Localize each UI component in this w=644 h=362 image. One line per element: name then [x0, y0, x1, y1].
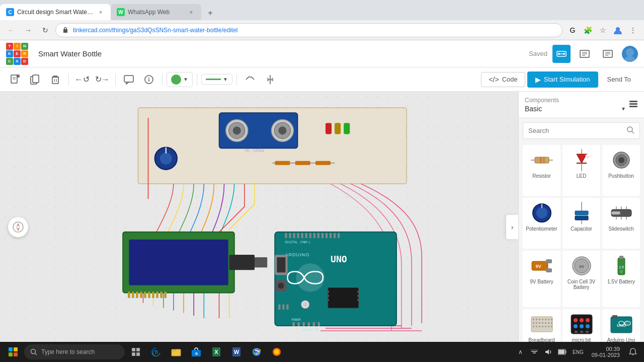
taskbar-search[interactable]: Type here to search: [24, 344, 125, 359]
svg-rect-171: [539, 319, 540, 320]
copy-btn[interactable]: [26, 70, 44, 89]
systray: ∧ ENG 00:39 09-01-2023: [514, 345, 640, 359]
simulate-label: Start Simulation: [544, 76, 590, 83]
capacitor-label: Capacitor: [571, 226, 592, 232]
taskbar-word[interactable]: W: [227, 343, 246, 361]
svg-point-141: [618, 157, 624, 163]
redo-btn[interactable]: ↻→: [93, 70, 111, 89]
taskbar-search-text: Type here to search: [41, 348, 95, 355]
category-dropdown-icon[interactable]: ▾: [622, 105, 625, 112]
line-style-btn[interactable]: ▼: [201, 74, 232, 85]
component-led[interactable]: LED: [562, 145, 600, 196]
component-pushbutton[interactable]: Pushbutton: [602, 145, 640, 196]
address-box[interactable]: tinkercad.com/things/gaS3dQsSNSn-smart-w…: [55, 23, 562, 37]
circuit-diagram[interactable]: holes HC-SR04: [78, 105, 467, 348]
svg-rect-94: [330, 233, 332, 238]
svg-text:UNO: UNO: [331, 254, 347, 264]
component-9v-battery[interactable]: 9V 9V Battery: [523, 251, 560, 307]
tab-close-whatsapp[interactable]: ×: [187, 8, 195, 16]
component-resistor[interactable]: Resistor: [523, 145, 560, 196]
start-button[interactable]: [4, 343, 22, 361]
component-capacitor[interactable]: Capacitor: [562, 198, 600, 249]
systray-lang[interactable]: ENG: [571, 346, 586, 358]
svg-rect-80: [277, 257, 285, 272]
search-input[interactable]: [528, 127, 622, 134]
color-picker-btn[interactable]: ▼: [167, 72, 193, 87]
reload-button[interactable]: ↻: [38, 23, 52, 37]
user-avatar[interactable]: [622, 46, 638, 62]
systray-network[interactable]: [528, 346, 540, 358]
code-button[interactable]: </> Code: [481, 72, 525, 87]
tinkercad-logo[interactable]: T I N K E R C A D: [6, 43, 28, 65]
new-tab-button[interactable]: +: [203, 6, 217, 20]
compass-button[interactable]: [8, 217, 28, 237]
list-view-btn[interactable]: [599, 45, 617, 63]
comment-btn[interactable]: [120, 70, 138, 89]
svg-marker-134: [577, 154, 587, 163]
search-box[interactable]: [523, 122, 640, 139]
more-menu-icon[interactable]: ⋮: [626, 23, 640, 37]
google-icon[interactable]: G: [566, 23, 580, 37]
simulate-button[interactable]: ▶ Start Simulation: [527, 71, 598, 88]
mirror-btn[interactable]: [261, 70, 279, 89]
component-potentiometer[interactable]: Potentiometer: [523, 198, 560, 249]
svg-point-192: [580, 318, 584, 322]
pushbutton-label: Pushbutton: [608, 173, 634, 179]
send-to-button[interactable]: Send To: [600, 73, 638, 86]
simulate-icon: ▶: [535, 76, 541, 84]
led-icon: [571, 149, 593, 171]
svg-rect-228: [558, 350, 565, 354]
svg-rect-198: [580, 331, 583, 333]
9v-battery-icon: 9V: [531, 255, 553, 277]
systray-battery[interactable]: [556, 346, 569, 358]
profile-icon[interactable]: [611, 23, 625, 37]
taskbar-excel[interactable]: X: [207, 343, 225, 361]
inspect-btn[interactable]: [140, 70, 158, 89]
component-slideswitch[interactable]: Slideswitch: [602, 198, 640, 249]
components-header: Components Basic ▾: [519, 92, 644, 118]
bookmark-icon[interactable]: ☆: [596, 23, 610, 37]
new-btn[interactable]: [6, 70, 24, 89]
tab-bar: C Circuit design Smart Water Bott... × W…: [0, 0, 644, 20]
svg-rect-146: [575, 211, 588, 215]
taskbar-taskview[interactable]: [127, 343, 145, 361]
notification-button[interactable]: [626, 345, 640, 359]
systray-chevron[interactable]: ∧: [514, 346, 526, 358]
panel-collapse-button[interactable]: ›: [506, 215, 518, 239]
svg-rect-188: [548, 326, 549, 327]
svg-rect-112: [357, 295, 359, 297]
schematic-view-btn[interactable]: [576, 45, 594, 63]
components-category[interactable]: Basic: [525, 105, 619, 113]
back-button[interactable]: ←: [4, 23, 18, 37]
taskbar-edge[interactable]: [147, 343, 165, 361]
systray-volume[interactable]: [542, 346, 554, 358]
app-header: T I N K E R C A D Smart Water Bottle Sav…: [0, 40, 644, 67]
svg-rect-88: [305, 233, 307, 238]
tab-whatsapp[interactable]: W WhatsApp Web ×: [111, 4, 201, 20]
taskbar-chrome[interactable]: [248, 343, 266, 361]
svg-rect-65: [128, 292, 130, 298]
component-1v5-battery[interactable]: 1.5 V 1.5V Battery: [602, 251, 640, 307]
tab-close-circuit[interactable]: ×: [97, 8, 105, 16]
taskbar-firefox[interactable]: [268, 343, 286, 361]
wire-tool-btn[interactable]: [241, 70, 259, 89]
canvas-area[interactable]: holes HC-SR04: [0, 92, 518, 362]
system-clock[interactable]: 00:39 09-01-2023: [590, 346, 622, 358]
list-view-toggle[interactable]: [629, 99, 638, 110]
tab-favicon-circuit: C: [6, 8, 14, 16]
svg-point-46: [278, 126, 286, 134]
forward-button[interactable]: →: [21, 23, 35, 37]
line-preview: [206, 79, 221, 80]
circuit-view-btn[interactable]: [552, 45, 571, 63]
tab-circuit[interactable]: C Circuit design Smart Water Bott... ×: [0, 4, 111, 20]
undo-btn[interactable]: ←↺: [73, 70, 91, 89]
svg-point-106: [302, 302, 307, 307]
svg-rect-89: [309, 233, 311, 238]
taskbar-file-explorer[interactable]: [167, 343, 185, 361]
taskbar-store[interactable]: ⊕: [187, 343, 205, 361]
delete-btn[interactable]: [46, 70, 64, 89]
svg-rect-213: [136, 352, 140, 356]
address-bar-row: ← → ↻ tinkercad.com/things/gaS3dQsSNSn-s…: [0, 20, 644, 40]
extensions-icon[interactable]: 🧩: [581, 23, 595, 37]
component-coin-cell[interactable]: 3V Coin Cell 3V Battery: [562, 251, 600, 307]
